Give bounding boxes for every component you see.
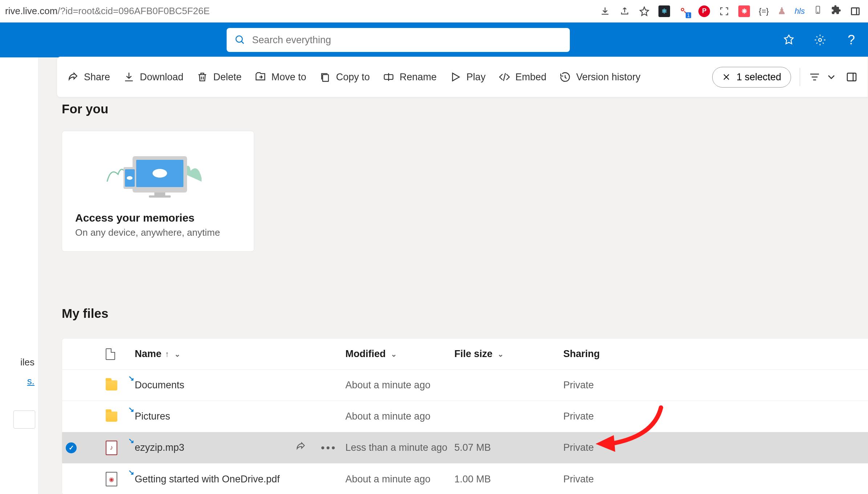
audio-file-icon: ♪	[106, 442, 117, 454]
star-icon[interactable]	[639, 6, 650, 17]
download-button[interactable]: Download	[123, 71, 183, 83]
svg-point-17	[127, 176, 133, 180]
svg-rect-3	[852, 8, 859, 15]
column-file-size[interactable]: File size ⌄	[454, 348, 563, 360]
share-button[interactable]: Share	[67, 71, 110, 83]
column-modified[interactable]: Modified ⌄	[345, 348, 454, 360]
search-icon	[235, 35, 246, 45]
extension-red-icon[interactable]: ❋	[738, 5, 750, 17]
file-size: 1.00 MB	[454, 474, 563, 485]
url-bar[interactable]: rive.live.com/?id=root&cid=096AFB0F0BC5F…	[4, 5, 600, 17]
sidebar-item-files[interactable]: iles	[20, 357, 35, 368]
panel-icon[interactable]	[850, 6, 861, 17]
chevron-down-icon: ⌄	[174, 350, 181, 359]
version-history-label: Version history	[576, 72, 640, 83]
delete-label: Delete	[213, 72, 242, 83]
chevron-down-icon	[826, 71, 837, 83]
copy-to-icon	[319, 71, 331, 83]
file-table-header: Name ↑ ⌄ Modified ⌄ File size ⌄ Sharing	[62, 339, 868, 370]
column-name-label: Name	[135, 348, 162, 360]
version-history-button[interactable]: Version history	[559, 71, 640, 83]
play-icon	[450, 71, 461, 83]
download-label: Download	[140, 72, 183, 83]
table-row[interactable]: ↘ Documents About a minute ago Private	[62, 370, 868, 401]
share-icon[interactable]	[619, 6, 630, 17]
sync-icon: ↘	[128, 374, 134, 382]
svg-rect-13	[154, 193, 165, 195]
row-checkbox[interactable]	[66, 380, 77, 391]
table-row[interactable]: ✓ ♪ ↘ ezyzip.mp3 ••• Less than a minute …	[62, 432, 868, 463]
row-checkbox-checked[interactable]: ✓	[66, 442, 77, 453]
settings-gear-icon[interactable]	[814, 34, 826, 46]
url-host: rive.live.com	[5, 5, 57, 16]
file-sharing: Private	[563, 474, 709, 485]
svg-rect-14	[149, 195, 171, 198]
download-icon[interactable]	[600, 6, 611, 17]
extension-braces-icon[interactable]: {=}	[759, 7, 769, 16]
extension-phone-icon[interactable]	[814, 4, 822, 18]
play-button[interactable]: Play	[450, 71, 486, 83]
rename-icon	[383, 71, 394, 83]
table-row[interactable]: ◉ ↘ Getting started with OneDrive.pdf Ab…	[62, 463, 868, 494]
header-file-icon[interactable]	[106, 348, 135, 360]
memories-card-subtitle: On any device, anywhere, anytime	[75, 227, 241, 238]
extensions-icon[interactable]	[831, 5, 841, 17]
embed-icon	[499, 71, 510, 83]
command-toolbar: Share Download Delete Move to Copy to Re…	[57, 57, 868, 97]
details-pane-icon	[846, 71, 857, 83]
memories-illustration	[75, 143, 241, 202]
file-name: Getting started with OneDrive.pdf	[135, 474, 280, 485]
selection-pill[interactable]: 1 selected	[712, 67, 791, 88]
toolbar-divider	[800, 68, 800, 86]
memories-card-title: Access your memories	[75, 212, 241, 224]
premium-icon[interactable]	[783, 34, 795, 46]
column-modified-label: Modified	[345, 348, 386, 360]
app-header: ?	[0, 23, 868, 57]
sort-button[interactable]	[809, 71, 837, 83]
close-icon	[722, 73, 731, 81]
move-to-button[interactable]: Move to	[255, 71, 306, 83]
column-sharing[interactable]: Sharing	[563, 348, 709, 360]
column-file-size-label: File size	[454, 348, 492, 360]
sync-icon: ↘	[128, 468, 134, 477]
embed-button[interactable]: Embed	[499, 71, 547, 83]
svg-rect-9	[847, 73, 856, 81]
row-checkbox[interactable]	[66, 474, 77, 485]
extension-react-icon[interactable]: ⚛	[658, 5, 670, 17]
svg-rect-7	[323, 74, 329, 81]
file-sharing: Private	[563, 442, 709, 453]
row-checkbox[interactable]	[66, 411, 77, 422]
file-modified: About a minute ago	[345, 474, 454, 485]
svg-point-0	[681, 8, 684, 11]
column-name[interactable]: Name ↑ ⌄	[135, 348, 345, 360]
sidebar-item-link[interactable]: s.	[27, 376, 35, 387]
browser-chrome: rive.live.com/?id=root&cid=096AFB0F0BC5F…	[0, 0, 868, 23]
memories-card[interactable]: Access your memories On any device, anyw…	[62, 131, 254, 252]
sync-icon: ↘	[128, 436, 134, 445]
share-row-icon[interactable]	[295, 441, 306, 454]
search-box[interactable]	[227, 28, 570, 52]
extension-hls-icon[interactable]: hls	[795, 7, 805, 16]
more-actions-icon[interactable]: •••	[321, 442, 337, 454]
sidebar-box[interactable]	[13, 410, 35, 429]
file-sharing: Private	[563, 411, 709, 422]
pdf-file-icon: ◉	[106, 473, 117, 485]
svg-point-6	[819, 39, 822, 41]
table-row[interactable]: ↘ Pictures About a minute ago Private	[62, 401, 868, 432]
rename-button[interactable]: Rename	[383, 71, 437, 83]
search-input[interactable]	[252, 35, 562, 46]
sidebar: iles s.	[0, 57, 38, 494]
help-icon[interactable]: ?	[845, 34, 857, 46]
file-modified: Less than a minute ago	[345, 442, 454, 453]
trash-icon	[196, 71, 208, 83]
extension-fullscreen-icon[interactable]	[719, 6, 730, 17]
extension-pinterest-icon[interactable]: P	[698, 5, 710, 17]
copy-to-button[interactable]: Copy to	[319, 71, 370, 83]
svg-point-12	[153, 169, 167, 178]
details-pane-button[interactable]	[846, 71, 857, 83]
delete-button[interactable]: Delete	[196, 71, 242, 83]
file-size: 5.07 MB	[454, 442, 563, 453]
extension-badge-icon[interactable]: 1	[679, 6, 690, 17]
folder-icon	[106, 411, 117, 422]
extension-pawn-icon[interactable]: ♟	[778, 5, 786, 17]
